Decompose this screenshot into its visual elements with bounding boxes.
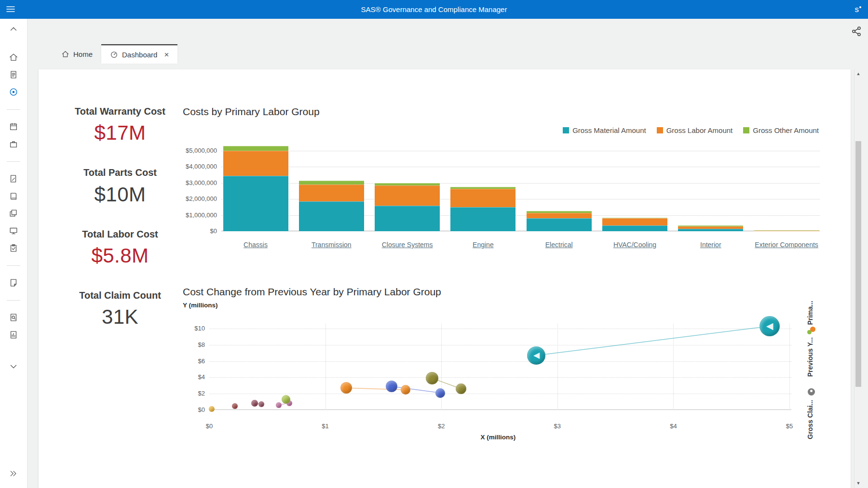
measure-role-icon bbox=[808, 388, 815, 396]
bar-segment[interactable] bbox=[223, 176, 288, 231]
bubble-point[interactable] bbox=[276, 402, 282, 408]
sidebar-item-layers[interactable] bbox=[5, 205, 22, 222]
sidebar-item-monitor[interactable] bbox=[5, 222, 22, 239]
bar-segment[interactable] bbox=[602, 218, 667, 225]
category-link[interactable]: Chassis bbox=[218, 241, 293, 249]
bar-segment[interactable] bbox=[678, 225, 743, 226]
axis-tick: $4 bbox=[198, 373, 205, 381]
category-link[interactable]: Closure Systems bbox=[370, 241, 445, 249]
bar-segment[interactable] bbox=[527, 211, 592, 212]
tab-dashboard[interactable]: Dashboard× bbox=[101, 44, 177, 64]
sidebar-item-home[interactable] bbox=[5, 49, 22, 66]
bar-segment[interactable] bbox=[602, 218, 667, 219]
legend-item[interactable]: Gross Other Amount bbox=[743, 126, 819, 134]
bar-segment[interactable] bbox=[299, 201, 364, 231]
user-profile-button[interactable]: s bbox=[855, 3, 862, 16]
axis-tick: $3 bbox=[554, 422, 561, 430]
category-link[interactable]: Engine bbox=[446, 241, 521, 249]
bubble-trend-lines bbox=[209, 320, 812, 410]
bar-segment[interactable] bbox=[299, 181, 364, 185]
bubble-point[interactable] bbox=[386, 381, 397, 392]
vertical-scrollbar[interactable]: ▲ ▼ bbox=[854, 69, 862, 488]
app-title: SAS® Governance and Compliance Manager bbox=[0, 0, 868, 19]
axis-tick: $6 bbox=[198, 357, 205, 365]
scroll-up-arrow[interactable]: ▲ bbox=[854, 70, 862, 78]
bar-segment[interactable] bbox=[450, 187, 515, 188]
document-icon bbox=[9, 70, 18, 79]
bar-chart-title: Costs by Primary Labor Group bbox=[183, 106, 320, 118]
category-link[interactable]: Transmission bbox=[294, 241, 369, 249]
legend-title-primary: Prima... bbox=[806, 301, 814, 325]
legend-bubble-dots bbox=[807, 327, 816, 336]
bubble-point[interactable] bbox=[401, 385, 410, 395]
sidebar-item-doc-search[interactable] bbox=[5, 309, 22, 326]
content-area: HomeDashboard× Total Warranty Cost$17MTo… bbox=[27, 19, 868, 488]
tab-home[interactable]: Home bbox=[53, 44, 101, 64]
bar-segment[interactable] bbox=[678, 229, 743, 231]
sidebar-item-doc-pen[interactable] bbox=[5, 170, 22, 187]
home-icon bbox=[61, 50, 69, 58]
axis-role-previous-year: Previous Y... bbox=[806, 337, 814, 377]
category-link[interactable]: HVAC/Cooling bbox=[597, 241, 673, 249]
category-link[interactable]: Interior bbox=[673, 241, 748, 249]
share-button[interactable] bbox=[850, 26, 863, 38]
bar-segment[interactable] bbox=[527, 218, 592, 231]
bubble-point[interactable] bbox=[426, 372, 438, 384]
bar-segment[interactable] bbox=[299, 185, 364, 201]
bubble-point[interactable] bbox=[209, 406, 215, 412]
sidebar-item-briefcase[interactable] bbox=[5, 135, 22, 153]
sidebar-item-chevron-down[interactable] bbox=[5, 358, 22, 375]
bubble-point[interactable] bbox=[456, 383, 466, 394]
axis-tick: $0 bbox=[210, 227, 217, 235]
sidebar-expand-button[interactable] bbox=[5, 465, 22, 482]
scroll-thumb[interactable] bbox=[855, 141, 861, 387]
sidebar-item-document[interactable] bbox=[5, 66, 22, 83]
book-icon bbox=[9, 191, 18, 201]
bar-segment[interactable] bbox=[223, 146, 288, 151]
sidebar-item-chevron-up[interactable] bbox=[5, 23, 22, 35]
bar-segment[interactable] bbox=[527, 213, 592, 219]
profile-dot-icon bbox=[859, 6, 861, 8]
bubble-point[interactable]: ◀ bbox=[760, 316, 780, 336]
bubble-point[interactable] bbox=[282, 395, 290, 404]
kpi-label: Total Claim Count bbox=[48, 290, 192, 301]
bubble-point[interactable]: ◀ bbox=[527, 346, 545, 365]
category-link[interactable]: Exterior Components bbox=[749, 241, 824, 249]
tab-close-icon[interactable]: × bbox=[164, 51, 169, 59]
legend-label: Gross Material Amount bbox=[572, 126, 646, 134]
bubble-x-axis-label: X (millions) bbox=[450, 434, 546, 441]
category-link[interactable]: Electrical bbox=[521, 241, 597, 249]
profile-label: s bbox=[855, 5, 859, 14]
sidebar-item-doc-chart[interactable] bbox=[5, 326, 22, 343]
bubble-point[interactable] bbox=[251, 400, 258, 407]
bar-segment[interactable] bbox=[450, 189, 515, 207]
scroll-down-arrow[interactable]: ▼ bbox=[854, 480, 862, 487]
sidebar-divider bbox=[7, 101, 20, 118]
axis-tick: $5,000,000 bbox=[186, 147, 217, 154]
bar-segment[interactable] bbox=[678, 226, 743, 229]
legend-item[interactable]: Gross Labor Amount bbox=[657, 126, 733, 134]
axis-tick: $0 bbox=[198, 406, 205, 413]
sidebar-item-book[interactable] bbox=[5, 187, 22, 205]
legend-item[interactable]: Gross Material Amount bbox=[563, 126, 646, 134]
sidebar-item-clipboard[interactable] bbox=[5, 239, 22, 257]
chevron-down-icon bbox=[9, 362, 18, 371]
bar-segment[interactable] bbox=[450, 207, 515, 231]
legend-label: Gross Labor Amount bbox=[666, 126, 733, 134]
bar-segment[interactable] bbox=[754, 230, 819, 231]
axis-tick: $4 bbox=[670, 422, 677, 430]
bubble-point[interactable] bbox=[435, 388, 445, 398]
sidebar-item-note[interactable] bbox=[5, 274, 22, 291]
bar-segment[interactable] bbox=[375, 185, 440, 206]
bar-segment[interactable] bbox=[375, 183, 440, 185]
note-icon bbox=[9, 278, 18, 288]
sidebar-item-target[interactable] bbox=[5, 83, 22, 101]
app-root: SAS® Governance and Compliance Manager s… bbox=[0, 0, 868, 488]
axis-tick: $10 bbox=[194, 325, 205, 332]
bar-segment[interactable] bbox=[602, 225, 667, 231]
axis-tick: $4,000,000 bbox=[186, 163, 217, 170]
bar-segment[interactable] bbox=[223, 151, 288, 176]
bar-segment[interactable] bbox=[375, 206, 440, 231]
bubble-point[interactable] bbox=[258, 401, 264, 407]
sidebar-item-calendar[interactable] bbox=[5, 118, 22, 135]
